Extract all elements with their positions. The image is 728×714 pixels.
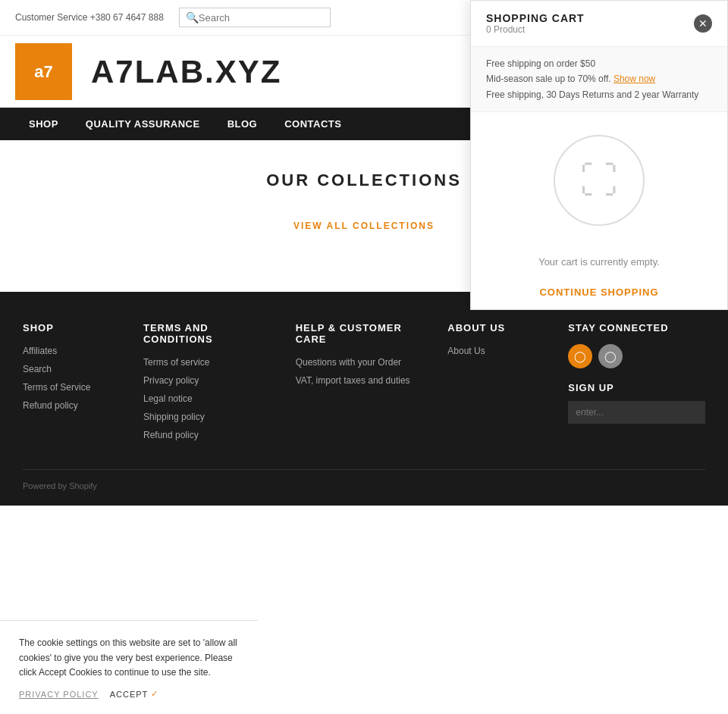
accept-label: ACCEPT — [110, 690, 149, 699]
footer-affiliates[interactable]: Affiliates — [23, 346, 57, 356]
footer-questions[interactable]: Questions with your Order — [296, 357, 401, 368]
cart-empty-text: Your cart is currently empty. — [471, 249, 727, 275]
facebook-icon[interactable]: ◯ — [598, 344, 623, 368]
logo-box: a7 — [15, 43, 72, 100]
footer: SHOP Affiliates Search Terms of Service … — [0, 292, 728, 506]
footer-grid: SHOP Affiliates Search Terms of Service … — [23, 322, 705, 446]
footer-shop-title: SHOP — [23, 322, 128, 334]
email-input[interactable] — [568, 401, 705, 424]
nav-blog[interactable]: BLOG — [214, 108, 271, 140]
cookie-actions: PRIVACY POLICY ACCEPT ✓ — [19, 689, 239, 699]
cart-empty-image: ⛶ — [471, 112, 727, 249]
footer-vat[interactable]: VAT, import taxes and duties — [296, 375, 410, 386]
cart-header: SHOPPING CART 0 Product ✕ — [471, 1, 727, 47]
footer-about-col: ABOUT US About Us — [447, 322, 553, 446]
footer-about-us[interactable]: About Us — [447, 346, 485, 356]
empty-cart-icon: ⛶ — [554, 135, 645, 226]
email-signup[interactable] — [568, 401, 705, 424]
search-input[interactable] — [199, 12, 324, 23]
nav-quality[interactable]: QUALITY ASSURANCE — [72, 108, 214, 140]
show-now-link[interactable]: Show now — [613, 74, 655, 84]
promo-line2: Mid-season sale up to 70% off. Show now — [486, 71, 712, 86]
cart-overlay: SHOPPING CART 0 Product ✕ Free shipping … — [470, 0, 728, 310]
continue-shopping-link[interactable]: CONTINUE SHOPPING — [471, 275, 727, 309]
cart-promo-area: Free shipping on order $50 Mid-season sa… — [471, 47, 727, 112]
promo-line3: Free shipping, 30 Days Returns and 2 yea… — [486, 87, 712, 102]
footer-help-col: HELP & CUSTOMER CARE Questions with your… — [296, 322, 433, 446]
footer-search[interactable]: Search — [23, 364, 52, 374]
footer-shipping[interactable]: Shipping policy — [143, 412, 205, 422]
footer-terms-col: TERMS AND CONDITIONS Terms of service Pr… — [143, 322, 281, 446]
footer-refund-shop[interactable]: Refund policy — [23, 400, 78, 411]
footer-stay-col: STAY CONNECTED ◯ ◯ SIGN UP — [568, 322, 705, 446]
footer-terms-of-service[interactable]: Terms of service — [143, 357, 209, 368]
search-bar[interactable]: 🔍 — [179, 8, 331, 27]
footer-bottom: Powered by Shopify — [23, 469, 705, 490]
close-cart-button[interactable]: ✕ — [694, 14, 712, 33]
footer-stay-title: STAY CONNECTED — [568, 322, 705, 334]
cart-title-area: SHOPPING CART 0 Product — [486, 12, 585, 35]
brand-name: A7LAB.XYZ — [91, 54, 281, 90]
promo-line1: Free shipping on order $50 — [486, 56, 712, 71]
footer-help-title: HELP & CUSTOMER CARE — [296, 322, 433, 345]
view-all-link[interactable]: VIEW ALL COLLECTIONS — [293, 221, 435, 231]
cookie-text: The cookie settings on this website are … — [19, 636, 239, 680]
privacy-policy-link[interactable]: PRIVACY POLICY — [19, 690, 99, 699]
footer-privacy[interactable]: Privacy policy — [143, 375, 199, 386]
footer-terms-title: TERMS AND CONDITIONS — [143, 322, 281, 345]
social-icons: ◯ ◯ — [568, 344, 705, 368]
checkmark-icon: ✓ — [151, 689, 158, 699]
nav-shop[interactable]: SHOP — [15, 108, 72, 140]
footer-legal[interactable]: Legal notice — [143, 393, 193, 404]
search-icon: 🔍 — [186, 11, 199, 23]
footer-refund[interactable]: Refund policy — [143, 430, 199, 440]
cart-product-count: 0 Product — [486, 24, 585, 35]
logo-letter: a7 — [34, 62, 52, 82]
signup-title: SIGN UP — [568, 382, 705, 393]
cookie-banner: The cookie settings on this website are … — [0, 620, 258, 714]
instagram-icon[interactable]: ◯ — [568, 344, 592, 368]
nav-contacts[interactable]: CONTACTS — [271, 108, 355, 140]
footer-shop-col: SHOP Affiliates Search Terms of Service … — [23, 322, 128, 446]
accept-button[interactable]: ACCEPT ✓ — [110, 689, 159, 699]
powered-by: Powered by Shopify — [23, 481, 97, 490]
footer-terms-of-service-shop[interactable]: Terms of Service — [23, 382, 90, 393]
footer-about-title: ABOUT US — [447, 322, 553, 334]
cart-title: SHOPPING CART — [486, 12, 585, 24]
customer-service-info: Customer Service +380 67 4647 888 — [15, 12, 164, 23]
